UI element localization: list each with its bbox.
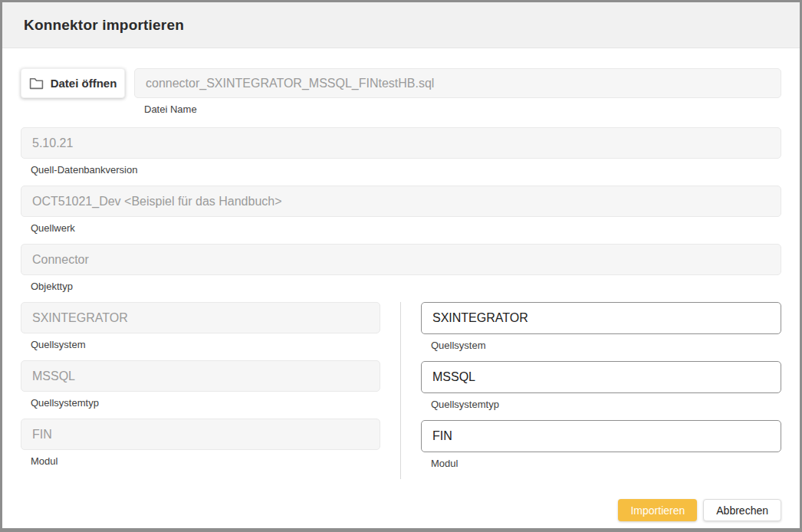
object-type-group: Connector Objekttyp <box>21 244 781 292</box>
source-plant-label: Quellwerk <box>31 222 781 234</box>
editable-values-column: Quellsystem Quellsystemtyp Modul <box>421 302 781 479</box>
dialog-footer: Importieren Abbrechen <box>618 499 781 521</box>
source-system-type-input-group: Quellsystemtyp <box>421 361 781 410</box>
mapping-columns: SXINTEGRATOR Quellsystem MSSQL Quellsyst… <box>21 302 781 479</box>
dialog-title: Konnektor importieren <box>24 17 184 34</box>
source-system-original-field: SXINTEGRATOR <box>21 302 380 333</box>
module-input[interactable] <box>421 420 781 452</box>
source-system-type-input-label: Quellsystemtyp <box>431 399 781 410</box>
source-system-type-original-field: MSSQL <box>21 360 380 392</box>
import-connector-dialog: Konnektor importieren Datei öffnen conne… <box>0 0 802 532</box>
folder-icon <box>29 77 44 90</box>
source-system-input-label: Quellsystem <box>431 340 781 351</box>
file-name-field: connector_SXINTEGRATOR_MSSQL_FINtestHB.s… <box>134 68 781 98</box>
source-system-type-original-label: Quellsystemtyp <box>31 397 380 409</box>
file-row: Datei öffnen connector_SXINTEGRATOR_MSSQ… <box>21 68 781 115</box>
source-plant-group: OCT51021_Dev <Beispiel für das Handbuch>… <box>21 186 781 234</box>
original-values-column: SXINTEGRATOR Quellsystem MSSQL Quellsyst… <box>21 302 380 479</box>
module-original-label: Modul <box>31 455 380 467</box>
open-file-button[interactable]: Datei öffnen <box>21 68 125 98</box>
source-system-original-label: Quellsystem <box>31 339 380 350</box>
source-system-type-input[interactable] <box>421 361 781 393</box>
file-name-group: connector_SXINTEGRATOR_MSSQL_FINtestHB.s… <box>134 68 781 115</box>
module-original-field: FIN <box>21 419 380 450</box>
source-system-original-group: SXINTEGRATOR Quellsystem <box>21 302 380 350</box>
module-original-group: FIN Modul <box>21 419 380 467</box>
dialog-body: Datei öffnen connector_SXINTEGRATOR_MSSQ… <box>2 48 800 479</box>
object-type-label: Objekttyp <box>31 281 781 292</box>
source-db-version-group: 5.10.21 Quell-Datenbankversion <box>21 127 781 176</box>
column-divider <box>400 302 401 479</box>
import-button[interactable]: Importieren <box>618 499 697 521</box>
source-system-input[interactable] <box>421 302 781 334</box>
source-plant-field: OCT51021_Dev <Beispiel für das Handbuch> <box>21 186 781 217</box>
source-system-type-original-group: MSSQL Quellsystemtyp <box>21 360 380 409</box>
cancel-button[interactable]: Abbrechen <box>703 499 781 521</box>
source-db-version-field: 5.10.21 <box>21 127 781 159</box>
source-db-version-label: Quell-Datenbankversion <box>31 164 781 176</box>
module-input-label: Modul <box>431 458 781 469</box>
file-name-label: Datei Name <box>144 103 781 115</box>
module-input-group: Modul <box>421 420 781 469</box>
source-system-input-group: Quellsystem <box>421 302 781 351</box>
object-type-field: Connector <box>21 244 781 275</box>
dialog-header: Konnektor importieren <box>2 2 800 48</box>
open-file-button-label: Datei öffnen <box>51 77 117 90</box>
